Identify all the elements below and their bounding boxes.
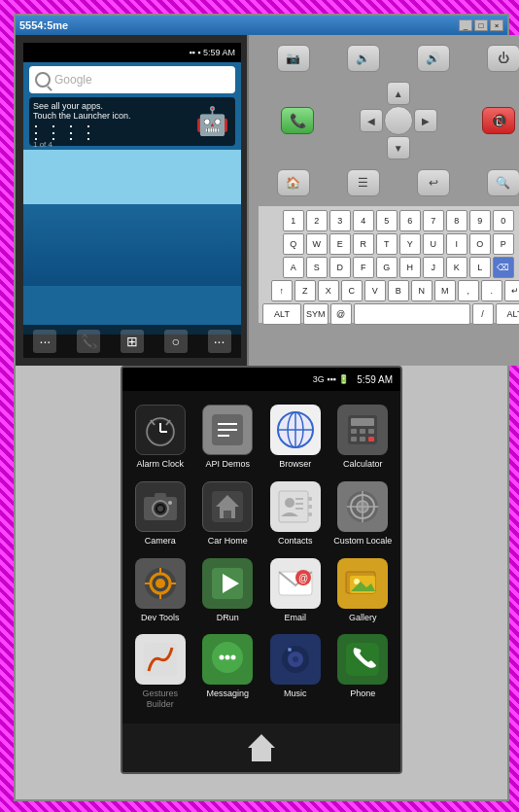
app-item-car-home[interactable]: Car Home <box>194 476 262 552</box>
minimize-button[interactable]: _ <box>459 19 472 31</box>
key-3[interactable]: 3 <box>329 210 351 231</box>
keyboard-row-qwerty: Q W E R T Y U I O P <box>262 233 519 255</box>
keyboard-row-numbers: 1 2 3 4 5 6 7 8 9 0 <box>262 210 519 231</box>
key-u[interactable]: U <box>423 233 444 255</box>
camera-label: Camera <box>145 536 176 547</box>
nav-phone[interactable]: 📞 <box>77 330 100 353</box>
key-5[interactable]: 5 <box>376 210 398 231</box>
key-q[interactable]: Q <box>283 233 304 255</box>
vol-down-button[interactable]: 🔉 <box>347 45 380 72</box>
key-f[interactable]: F <box>353 257 374 278</box>
key-period[interactable]: . <box>481 280 502 301</box>
home-button[interactable]: 🏠 <box>277 169 310 196</box>
app-item-alarm-clock[interactable]: Alarm Clock <box>126 399 194 476</box>
key-p[interactable]: P <box>493 233 514 255</box>
app-item-music[interactable]: Music <box>261 628 329 716</box>
call-red-button[interactable]: 📵 <box>482 107 515 134</box>
key-slash[interactable]: / <box>472 303 494 325</box>
dpad-left[interactable]: ◀ <box>360 109 383 132</box>
dpad-right[interactable]: ▶ <box>414 109 437 132</box>
key-r[interactable]: R <box>353 233 374 255</box>
key-h[interactable]: H <box>399 257 421 278</box>
app-item-calculator[interactable]: Calculator <box>329 399 398 476</box>
app-item-phone[interactable]: Phone <box>329 628 398 716</box>
key-d[interactable]: D <box>329 257 351 278</box>
maximize-button[interactable]: □ <box>474 19 488 31</box>
key-t[interactable]: T <box>376 233 398 255</box>
key-z[interactable]: Z <box>294 280 316 301</box>
app-item-email[interactable]: @ Email <box>261 552 329 629</box>
key-7[interactable]: 7 <box>423 210 444 231</box>
key-v[interactable]: V <box>364 280 386 301</box>
camera-button[interactable]: 📷 <box>277 45 310 72</box>
nav-dots[interactable]: ··· <box>33 330 56 353</box>
key-enter[interactable]: ↵ <box>504 280 519 301</box>
app-item-gallery[interactable]: Gallery <box>329 552 398 629</box>
key-c[interactable]: C <box>341 280 363 301</box>
dpad-up[interactable]: ▲ <box>387 82 410 105</box>
key-4[interactable]: 4 <box>353 210 374 231</box>
app-item-drun[interactable]: DRun <box>194 552 262 629</box>
search-button[interactable]: 🔍 <box>487 169 519 196</box>
power-button[interactable]: ⏻ <box>487 45 519 72</box>
app-item-browser[interactable]: Browser <box>261 399 329 476</box>
key-w[interactable]: W <box>306 233 328 255</box>
key-e[interactable]: E <box>329 233 351 255</box>
key-a[interactable]: A <box>283 257 304 278</box>
key-1[interactable]: 1 <box>283 210 304 231</box>
call-green-button[interactable]: 📞 <box>281 107 314 134</box>
home-button[interactable] <box>240 726 283 769</box>
key-s[interactable]: S <box>306 257 328 278</box>
email-icon: @ <box>270 558 321 609</box>
key-del[interactable]: ⌫ <box>493 257 514 278</box>
app-item-contacts[interactable]: Contacts <box>261 476 329 552</box>
key-9[interactable]: 9 <box>469 210 491 231</box>
key-comma[interactable]: , <box>458 280 479 301</box>
svg-point-26 <box>157 506 163 512</box>
key-k[interactable]: K <box>446 257 467 278</box>
key-n[interactable]: N <box>411 280 432 301</box>
top-controls-row: 📷 🔉 🔊 ⏻ <box>259 45 519 72</box>
key-i[interactable]: I <box>446 233 467 255</box>
key-sym[interactable]: SYM <box>303 303 329 325</box>
key-x[interactable]: X <box>318 280 339 301</box>
app-item-messaging[interactable]: Messaging <box>194 628 262 716</box>
app-item-camera[interactable]: Camera <box>126 476 194 552</box>
key-o[interactable]: O <box>469 233 491 255</box>
key-j[interactable]: J <box>423 257 444 278</box>
key-6[interactable]: 6 <box>399 210 421 231</box>
dpad-center[interactable] <box>384 106 413 135</box>
dev-tools-label: Dev Tools <box>141 613 179 623</box>
app-item-dev-tools[interactable]: Dev Tools <box>126 552 194 629</box>
key-shift[interactable]: ↑ <box>271 280 293 301</box>
menu-button[interactable]: ☰ <box>347 169 380 196</box>
vol-up-button[interactable]: 🔊 <box>417 45 450 72</box>
phone-screen[interactable]: ▪▪ ▪ 5:59 AM Google See all your apps. T… <box>23 43 241 335</box>
svg-rect-31 <box>224 511 231 518</box>
close-button[interactable]: × <box>490 19 503 31</box>
nav-circle[interactable]: ○ <box>164 330 188 353</box>
app-item-api-demos[interactable]: API Demos <box>194 399 262 476</box>
nav-dots2[interactable]: ··· <box>208 330 231 353</box>
dpad-down[interactable]: ▼ <box>387 136 410 159</box>
key-y[interactable]: Y <box>399 233 421 255</box>
nav-grid[interactable]: ⊞ <box>121 330 144 353</box>
key-at[interactable]: @ <box>330 303 352 325</box>
phone2-dock <box>122 724 400 772</box>
key-g[interactable]: G <box>376 257 398 278</box>
key-8[interactable]: 8 <box>446 210 467 231</box>
key-space[interactable] <box>354 303 470 325</box>
key-2[interactable]: 2 <box>306 210 328 231</box>
key-l[interactable]: L <box>469 257 491 278</box>
key-alt-right[interactable]: ALT <box>496 303 519 325</box>
custom-locale-icon <box>337 481 388 532</box>
key-m[interactable]: M <box>434 280 456 301</box>
camera-icon <box>135 481 186 532</box>
back-button[interactable]: ↩ <box>417 169 450 196</box>
app-item-custom-locale[interactable]: Custom Locale <box>329 476 398 552</box>
phone-search-bar[interactable]: Google <box>29 66 235 93</box>
key-alt-left[interactable]: ALT <box>262 303 301 325</box>
key-b[interactable]: B <box>388 280 409 301</box>
key-0[interactable]: 0 <box>493 210 514 231</box>
app-item-gestures-builder[interactable]: Gestures Builder <box>126 628 194 716</box>
